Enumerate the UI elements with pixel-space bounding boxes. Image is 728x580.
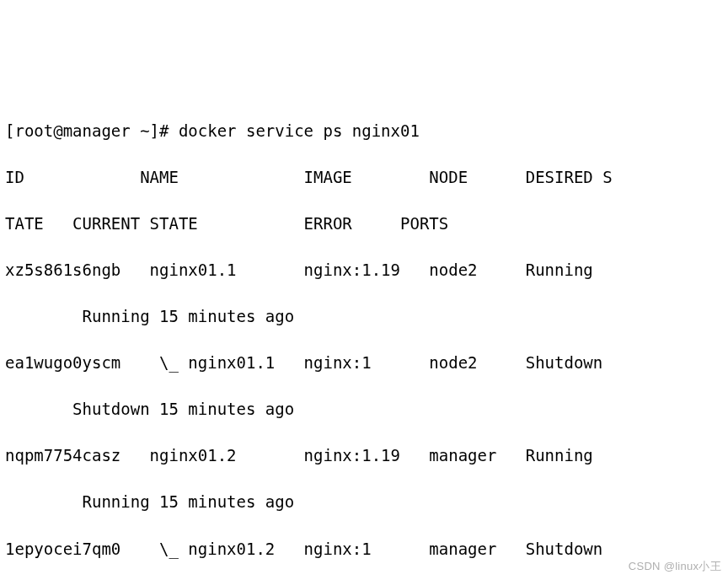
table-header: ID NAME IMAGE NODE DESIRED S (5, 166, 723, 190)
shell-prompt: [root@manager ~]# (5, 121, 179, 140)
table-row-detail: Running 15 minutes ago (5, 491, 723, 514)
terminal-output: [root@manager ~]# docker service ps ngin… (5, 96, 723, 580)
table-header: TATE CURRENT STATE ERROR PORTS (5, 212, 723, 236)
table-row-detail: Running 15 minutes ago (5, 305, 723, 329)
table-row: ea1wugo0yscm \_ nginx01.1 nginx:1 node2 … (5, 352, 723, 375)
command-text: docker service ps nginx01 (179, 121, 420, 140)
table-row-detail: Shutdown 15 minutes ago (5, 398, 723, 422)
table-row: 1epyocei7qm0 \_ nginx01.2 nginx:1 manage… (5, 538, 723, 561)
table-row: xz5s861s6ngb nginx01.1 nginx:1.19 node2 … (5, 259, 723, 282)
prompt-line: [root@manager ~]# docker service ps ngin… (5, 120, 723, 143)
table-row: nqpm7754casz nginx01.2 nginx:1.19 manage… (5, 444, 723, 468)
